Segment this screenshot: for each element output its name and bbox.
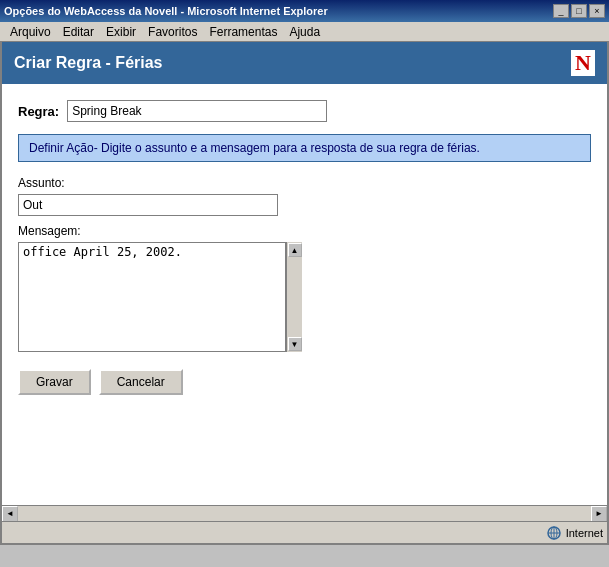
page-title: Criar Regra - Férias bbox=[14, 54, 163, 72]
window-controls[interactable]: _ □ × bbox=[553, 4, 605, 18]
message-container: ▲ ▼ bbox=[18, 242, 302, 355]
menu-ferramentas[interactable]: Ferramentas bbox=[203, 23, 283, 41]
menu-bar: Arquivo Editar Exibir Favoritos Ferramen… bbox=[0, 22, 609, 42]
scrollbar-down-btn[interactable]: ▼ bbox=[288, 337, 302, 351]
menu-exibir[interactable]: Exibir bbox=[100, 23, 142, 41]
menu-ajuda[interactable]: Ajuda bbox=[283, 23, 326, 41]
scrollbar-up-btn[interactable]: ▲ bbox=[288, 243, 302, 257]
scrollbar-track bbox=[287, 258, 302, 336]
status-bar: Internet bbox=[2, 521, 607, 543]
page-header: Criar Regra - Férias N bbox=[2, 42, 607, 84]
regra-input[interactable] bbox=[67, 100, 327, 122]
window-border: Criar Regra - Férias N Regra: Definir Aç… bbox=[0, 42, 609, 545]
hscroll-right-btn[interactable]: ► bbox=[591, 506, 607, 522]
menu-editar[interactable]: Editar bbox=[57, 23, 100, 41]
regra-row: Regra: bbox=[18, 100, 591, 122]
menu-favoritos[interactable]: Favoritos bbox=[142, 23, 203, 41]
status-right: Internet bbox=[546, 525, 603, 541]
close-button[interactable]: × bbox=[589, 4, 605, 18]
mensagem-label: Mensagem: bbox=[18, 224, 591, 238]
internet-icon bbox=[546, 525, 562, 541]
regra-label: Regra: bbox=[18, 104, 59, 119]
mensagem-textarea[interactable] bbox=[18, 242, 286, 352]
horizontal-scrollbar[interactable]: ◄ ► bbox=[2, 505, 607, 521]
hscroll-left-btn[interactable]: ◄ bbox=[2, 506, 18, 522]
assunto-label: Assunto: bbox=[18, 176, 591, 190]
gravar-button[interactable]: Gravar bbox=[18, 369, 91, 395]
buttons-row: Gravar Cancelar bbox=[18, 369, 591, 395]
title-bar: Opções do WebAccess da Novell - Microsof… bbox=[0, 0, 609, 22]
hscroll-track bbox=[18, 506, 591, 521]
internet-label: Internet bbox=[566, 527, 603, 539]
mensagem-section: Mensagem: ▲ ▼ bbox=[18, 224, 591, 355]
title-text: Opções do WebAccess da Novell - Microsof… bbox=[4, 5, 328, 17]
message-scrollbar[interactable]: ▲ ▼ bbox=[286, 242, 302, 352]
cancelar-button[interactable]: Cancelar bbox=[99, 369, 183, 395]
info-text: Definir Ação- Digite o assunto e a mensa… bbox=[29, 141, 480, 155]
novell-logo: N bbox=[571, 50, 595, 76]
minimize-button[interactable]: _ bbox=[553, 4, 569, 18]
assunto-input[interactable] bbox=[18, 194, 278, 216]
assunto-section: Assunto: bbox=[18, 176, 591, 224]
maximize-button[interactable]: □ bbox=[571, 4, 587, 18]
form-area: Regra: Definir Ação- Digite o assunto e … bbox=[2, 84, 607, 543]
menu-arquivo[interactable]: Arquivo bbox=[4, 23, 57, 41]
content-area: Criar Regra - Férias N Regra: Definir Aç… bbox=[2, 42, 607, 543]
info-box: Definir Ação- Digite o assunto e a mensa… bbox=[18, 134, 591, 162]
